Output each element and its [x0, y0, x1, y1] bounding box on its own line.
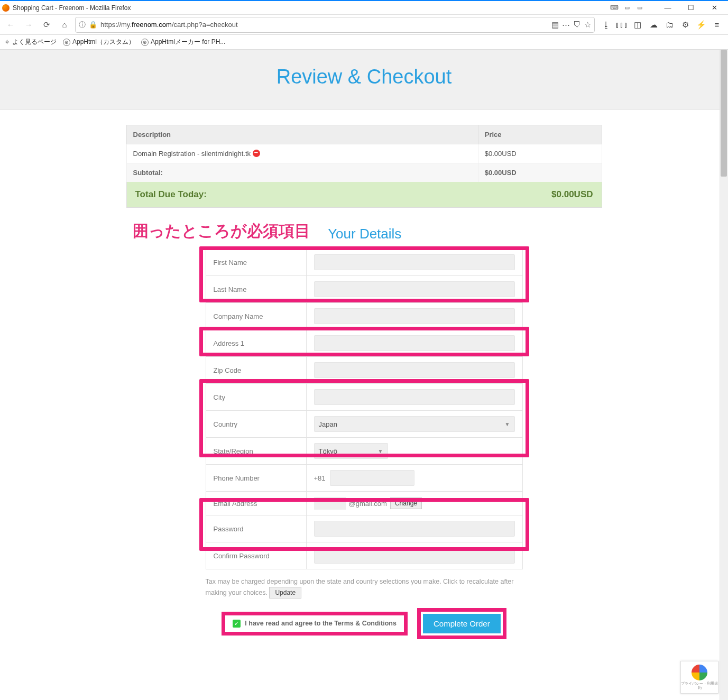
- globe-icon: ⊕: [63, 39, 70, 46]
- page-actions-icon[interactable]: ⋯: [562, 20, 570, 30]
- chevron-down-icon: ▼: [378, 448, 383, 454]
- window-close-button[interactable]: ✕: [703, 1, 726, 15]
- lock-icon: 🔒: [89, 21, 97, 29]
- label-zip: Zip Code: [206, 357, 306, 384]
- label-state: State/Region: [206, 438, 306, 465]
- page-header: Review & Checkout: [0, 50, 728, 110]
- browser-toolbar: ← → ⟳ ⌂ ⓘ 🔒 https://my.freenom.com/cart.…: [0, 15, 728, 35]
- settings-gear-icon[interactable]: ⚙: [679, 19, 691, 31]
- recaptcha-text: プライバシー・利用規約: [681, 681, 718, 689]
- cart-item-label: Domain Registration - silentmidnight.tk: [133, 150, 253, 158]
- library-icon[interactable]: ⫿⫿⫿: [616, 19, 628, 31]
- subtotal-row: Subtotal: $0.00USD: [126, 163, 602, 182]
- terms-agree-box[interactable]: ✓ I have read and agree to the Terms & C…: [222, 612, 408, 635]
- reload-button[interactable]: ⟳: [39, 17, 54, 32]
- col-description: Description: [126, 125, 478, 144]
- pocket-icon[interactable]: ⭳: [600, 19, 612, 31]
- city-field[interactable]: [314, 389, 515, 405]
- extension-icon-1[interactable]: ☁: [648, 19, 659, 31]
- label-address1: Address 1: [206, 330, 306, 357]
- total-due-row: Total Due Today: $0.00USD: [126, 182, 602, 208]
- toolbar-icons: ⭳ ⫿⫿⫿ ◫ ☁ 🗂 ⚙ ⚡ ≡: [598, 19, 725, 31]
- confirm-password-field[interactable]: [314, 548, 515, 564]
- url-path: /cart.php?a=checkout: [172, 21, 238, 29]
- flash-icon[interactable]: ⚡: [695, 19, 707, 31]
- label-company: Company Name: [206, 303, 306, 330]
- total-label: Total Due Today:: [135, 189, 207, 200]
- home-button[interactable]: ⌂: [57, 17, 72, 32]
- label-firstname: First Name: [206, 249, 306, 276]
- cart-item-price: $0.00USD: [478, 144, 602, 163]
- window-maximize-button[interactable]: ☐: [679, 1, 703, 15]
- label-country: Country: [206, 411, 306, 438]
- annotation-text: 囲ったところが必須項目: [133, 220, 310, 242]
- label-lastname: Last Name: [206, 276, 306, 303]
- chevron-down-icon: ▼: [505, 421, 510, 427]
- forward-button[interactable]: →: [21, 17, 36, 32]
- bookmark-label: よく見るページ: [12, 38, 57, 47]
- subtotal-label: Subtotal:: [126, 163, 478, 182]
- bookmark-label: AppHtml（カスタム）: [72, 38, 135, 47]
- scrollbar-thumb[interactable]: [721, 50, 727, 177]
- agree-text-pre: I have read and agree to the: [245, 620, 334, 627]
- url-bar[interactable]: ⓘ 🔒 https://my.freenom.com/cart.php?a=ch…: [75, 17, 595, 33]
- tax-note: Tax may be charged depending upon the st…: [206, 577, 523, 598]
- globe-icon: ⊕: [141, 39, 149, 46]
- terms-link[interactable]: Terms & Conditions: [334, 620, 397, 627]
- details-form-wrap: First Name Last Name Company Name Addres…: [126, 248, 602, 569]
- bookmark-apphtml-maker[interactable]: ⊕ AppHtmlメーカー for PH...: [141, 38, 225, 47]
- ime-icon-1: ▭: [623, 4, 631, 12]
- url-text: https://my.freenom.com/cart.php?a=checko…: [100, 21, 548, 29]
- url-host: freenom.com: [132, 21, 172, 29]
- checkout-footer: ✓ I have read and agree to the Terms & C…: [206, 608, 523, 639]
- state-value: Tôkyô: [319, 447, 337, 455]
- recaptcha-badge[interactable]: プライバシー・利用規約: [680, 661, 718, 694]
- terms-checkbox[interactable]: ✓: [233, 620, 241, 628]
- your-details-heading: Your Details: [328, 226, 401, 242]
- country-value: Japan: [319, 420, 337, 428]
- bookmark-apphtml[interactable]: ⊕ AppHtml（カスタム）: [63, 38, 135, 47]
- label-phone: Phone Number: [206, 465, 306, 492]
- back-button[interactable]: ←: [3, 17, 18, 32]
- state-select[interactable]: Tôkyô ▼: [314, 443, 388, 459]
- vertical-scrollbar[interactable]: [720, 50, 728, 700]
- window-titlebar: Shopping Cart - Freenom - Mozilla Firefo…: [0, 0, 728, 15]
- extension-icon-2[interactable]: 🗂: [664, 19, 675, 31]
- cart-row: Domain Registration - silentmidnight.tk …: [126, 144, 602, 163]
- update-button[interactable]: Update: [269, 587, 301, 598]
- zip-code-field[interactable]: [314, 362, 515, 378]
- country-select[interactable]: Japan ▼: [314, 416, 515, 432]
- phone-prefix: +81: [314, 474, 326, 482]
- page-content: Review & Checkout Description Price Doma…: [0, 50, 728, 700]
- tracking-shield-icon[interactable]: ⛉: [573, 20, 581, 29]
- star-icon: ✧: [4, 38, 10, 46]
- subtotal-price: $0.00USD: [478, 163, 602, 182]
- complete-order-button[interactable]: Complete Order: [423, 614, 501, 633]
- label-confirm-password: Confirm Password: [206, 542, 306, 569]
- last-name-field[interactable]: [314, 281, 515, 297]
- cart-table: Description Price Domain Registration - …: [126, 125, 602, 182]
- label-password: Password: [206, 515, 306, 542]
- password-field[interactable]: [314, 521, 515, 537]
- hamburger-menu-icon[interactable]: ≡: [711, 19, 723, 31]
- bookmark-star-icon[interactable]: ☆: [584, 20, 591, 30]
- window-minimize-button[interactable]: —: [656, 1, 679, 15]
- remove-item-icon[interactable]: [253, 150, 260, 157]
- phone-number-field[interactable]: [330, 470, 414, 486]
- site-info-icon[interactable]: ⓘ: [79, 20, 86, 30]
- page-title: Review & Checkout: [0, 66, 728, 88]
- details-form: First Name Last Name Company Name Addres…: [206, 248, 523, 569]
- bookmark-frequent[interactable]: ✧ よく見るページ: [4, 38, 57, 47]
- url-prefix: https://my.: [100, 21, 132, 29]
- email-suffix: @gmail.com: [349, 500, 387, 508]
- change-email-button[interactable]: Change: [390, 498, 422, 509]
- tax-note-text: Tax may be charged depending upon the st…: [206, 578, 514, 596]
- address1-field[interactable]: [314, 335, 515, 351]
- company-name-field[interactable]: [314, 308, 515, 324]
- sidebar-icon[interactable]: ◫: [632, 19, 643, 31]
- window-title: Shopping Cart - Freenom - Mozilla Firefo…: [13, 4, 611, 12]
- reader-mode-icon[interactable]: ▤: [551, 20, 559, 30]
- first-name-field[interactable]: [314, 254, 515, 270]
- complete-order-highlight: Complete Order: [417, 608, 506, 639]
- email-masked: [314, 497, 346, 510]
